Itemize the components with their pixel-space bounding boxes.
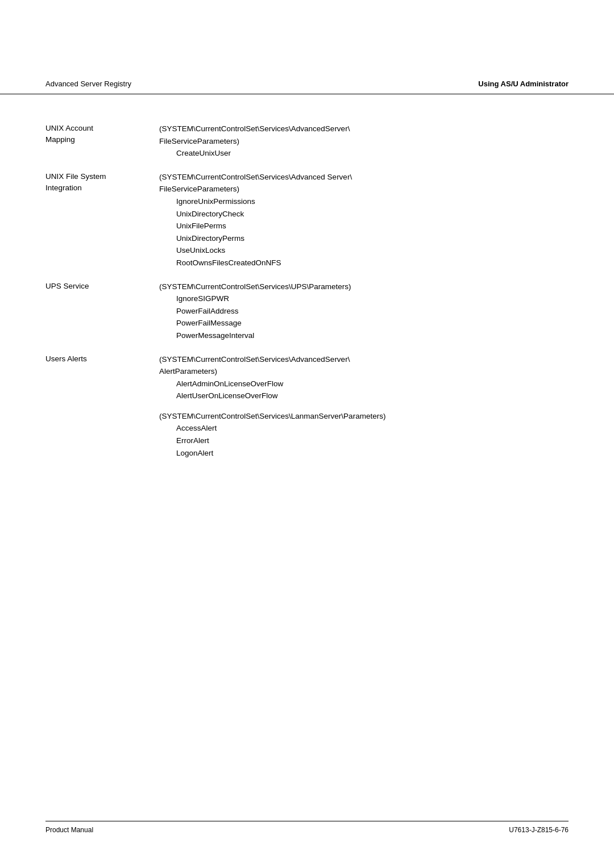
content-line: (SYSTEM\CurrentControlSet\Services\Advan…	[159, 123, 569, 135]
content-line: (SYSTEM\CurrentControlSet\Services\Advan…	[159, 171, 569, 183]
content-line: (SYSTEM\CurrentControlSet\Services\UPS\P…	[159, 281, 569, 293]
footer: Product Manual U7613-J-Z815-6-76	[45, 821, 569, 834]
content: UNIX AccountMapping(SYSTEM\CurrentContro…	[0, 111, 614, 516]
content-line: PowerMessageInterval	[159, 329, 569, 342]
content-line: PowerFailAddress	[159, 305, 569, 318]
page: Advanced Server Registry Using AS/U Admi…	[0, 0, 614, 868]
content-line: AlertParameters)	[159, 365, 569, 378]
row-label: UPS Service	[45, 281, 159, 292]
content-line: AlertUserOnLicenseOverFlow	[159, 390, 569, 402]
row-content: (SYSTEM\CurrentControlSet\Services\Advan…	[159, 353, 569, 460]
content-section: (SYSTEM\CurrentControlSet\Services\Lanma…	[159, 410, 569, 459]
row-label: UNIX File SystemIntegration	[45, 171, 159, 194]
content-line: AlertAdminOnLicenseOverFlow	[159, 378, 569, 390]
content-line: ErrorAlert	[159, 435, 569, 447]
content-line: PowerFailMessage	[159, 317, 569, 329]
content-line: UseUnixLocks	[159, 244, 569, 257]
registry-table: UNIX AccountMapping(SYSTEM\CurrentContro…	[45, 123, 569, 459]
content-line: (SYSTEM\CurrentControlSet\Services\Advan…	[159, 353, 569, 366]
content-line: AccessAlert	[159, 422, 569, 435]
row-content: (SYSTEM\CurrentControlSet\Services\Advan…	[159, 171, 569, 269]
header-right: Using AS/U Administrator	[478, 80, 569, 88]
content-line: CreateUnixUser	[159, 147, 569, 160]
content-line: FileServiceParameters)	[159, 135, 569, 148]
footer-right: U7613-J-Z815-6-76	[509, 826, 569, 834]
row-label: UNIX AccountMapping	[45, 123, 159, 146]
content-line: (SYSTEM\CurrentControlSet\Services\Lanma…	[159, 410, 569, 423]
content-line: UnixDirectoryCheck	[159, 208, 569, 220]
content-line: IgnoreUnixPermissions	[159, 195, 569, 208]
content-line: UnixFilePerms	[159, 220, 569, 232]
table-row: UNIX AccountMapping(SYSTEM\CurrentContro…	[45, 123, 569, 160]
content-line: UnixDirectoryPerms	[159, 232, 569, 245]
row-label: Users Alerts	[45, 353, 159, 365]
table-row: UNIX File SystemIntegration(SYSTEM\Curre…	[45, 171, 569, 269]
header: Advanced Server Registry Using AS/U Admi…	[0, 0, 614, 94]
table-row: Users Alerts(SYSTEM\CurrentControlSet\Se…	[45, 353, 569, 460]
row-content: (SYSTEM\CurrentControlSet\Services\Advan…	[159, 123, 569, 160]
row-content: (SYSTEM\CurrentControlSet\Services\UPS\P…	[159, 281, 569, 342]
content-line: IgnoreSIGPWR	[159, 293, 569, 305]
footer-left: Product Manual	[45, 826, 93, 834]
content-section: (SYSTEM\CurrentControlSet\Services\Advan…	[159, 353, 569, 402]
content-line: RootOwnsFilesCreatedOnNFS	[159, 257, 569, 269]
content-line: LogonAlert	[159, 447, 569, 460]
content-line: FileServiceParameters)	[159, 183, 569, 195]
header-left: Advanced Server Registry	[45, 80, 131, 88]
table-row: UPS Service(SYSTEM\CurrentControlSet\Ser…	[45, 281, 569, 342]
